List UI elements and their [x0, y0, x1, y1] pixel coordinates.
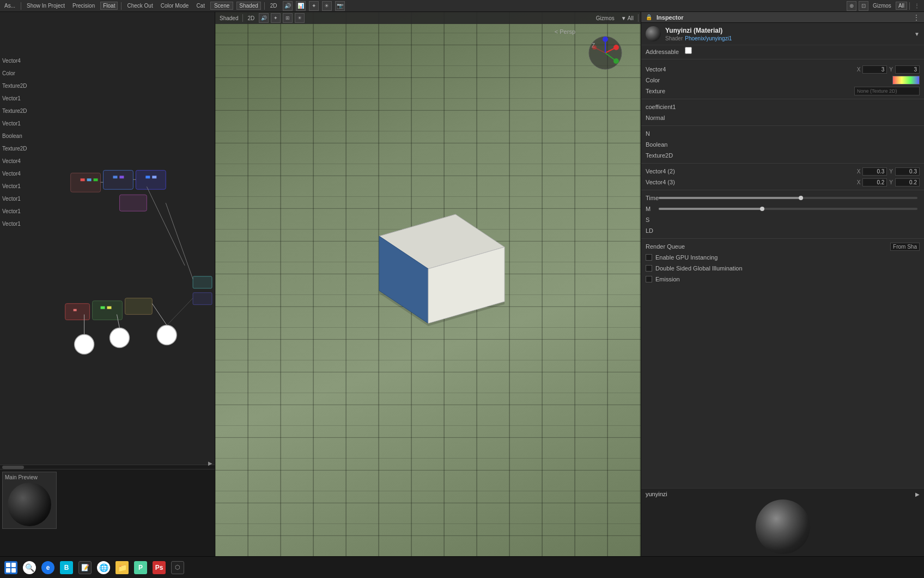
cam-icon[interactable]: 📷 [335, 1, 345, 11]
divider-1 [641, 59, 924, 59]
scrollbar-thumb [2, 466, 24, 469]
svg-rect-1 [81, 178, 85, 181]
menu-icon-btn[interactable]: ⋮ [912, 2, 922, 9]
scene-tab[interactable]: Scene [210, 2, 233, 10]
prop-row-boolean: Boolean [641, 139, 924, 150]
prop-name-coefficient1: coefficient1 [646, 104, 920, 110]
svg-line-25 [152, 304, 167, 326]
svg-rect-17 [101, 306, 105, 309]
prop-row-ld: LD [641, 225, 924, 236]
prop-name-s: S [646, 216, 920, 223]
color-mode-btn[interactable]: Color Mode [159, 2, 191, 9]
taskbar-folder-btn[interactable]: 📁 [113, 559, 131, 576]
slider-thumb-m [760, 207, 764, 211]
vector4-y-input[interactable] [895, 65, 920, 74]
scene-all-btn[interactable]: ▼ All [619, 15, 636, 22]
all-btn[interactable]: All [896, 2, 907, 10]
inspector-body[interactable]: Vector4 X Y Color Texture None (Texture … [641, 62, 924, 488]
material-menu-btn[interactable]: ▼ [914, 31, 920, 37]
scene-2d-btn[interactable]: 2D [245, 15, 257, 22]
gpu-instancing-checkbox[interactable] [646, 254, 652, 261]
scene-light-btn[interactable]: ☀ [295, 13, 305, 23]
scene-gizmos-btn[interactable]: Gizmos [594, 15, 617, 22]
slider-track-time[interactable] [659, 197, 917, 199]
taskbar-unity-btn[interactable]: ⬡ [169, 559, 186, 576]
show-in-project-btn[interactable]: Show In Project [25, 2, 67, 9]
audio-icon[interactable]: 🔊 [283, 1, 293, 11]
slider-label-time: Time [646, 195, 656, 201]
box-svg [346, 192, 510, 345]
precision-btn[interactable]: Precision [70, 2, 97, 9]
persp-label: < Persp [555, 28, 575, 35]
mode-2d-btn[interactable]: 2D [268, 2, 279, 9]
scene-view[interactable]: Z < Persp Shaded 2D 🔊 ✦ ⊞ ☀ [215, 12, 641, 556]
svg-point-43 [613, 58, 619, 64]
vector4-2-y-input[interactable] [895, 167, 920, 176]
taskbar-windows-btn[interactable] [2, 559, 20, 576]
texture-field[interactable]: None (Texture 2D) [854, 87, 920, 95]
svg-point-39 [613, 45, 619, 50]
double-sided-gi-checkbox[interactable] [646, 265, 652, 272]
svg-rect-10 [152, 176, 156, 178]
prop-row-vector4-3: Vector4 (3) X Y [641, 177, 924, 188]
prop-name-vector4-3: Vector4 (3) [646, 179, 857, 185]
addressable-row: Addressable [641, 45, 924, 57]
h-scrollbar[interactable] [0, 465, 215, 469]
svg-rect-8 [136, 170, 166, 189]
vfx-icon[interactable]: ✦ [309, 1, 319, 11]
prop-name-texture2d: Texture2D [646, 152, 920, 159]
color-swatch[interactable] [892, 76, 920, 85]
shader-value[interactable]: Phoenix/yunyingzi1 [685, 35, 732, 41]
taskbar-browser-btn[interactable]: e [39, 559, 57, 576]
taskbar-search-btn[interactable]: 🔍 [21, 559, 38, 576]
inspector-menu-btn[interactable]: ⋮ [913, 14, 920, 21]
preview-expand-btn[interactable]: ▶ [915, 491, 920, 497]
preview-sphere-large [756, 499, 810, 554]
prop-name-color: Color [646, 77, 892, 83]
checkout-btn[interactable]: Check Out [125, 2, 155, 9]
addressable-checkbox[interactable] [685, 47, 692, 54]
y-label-v42: Y [889, 168, 893, 174]
taskbar-app4-btn[interactable]: Ps [150, 559, 168, 576]
scene-grid-btn[interactable]: ⊞ [283, 13, 293, 23]
taskbar-chrome-btn[interactable]: 🌐 [95, 559, 112, 576]
scene-audio-btn[interactable]: 🔊 [259, 13, 269, 23]
vector4-x-input[interactable] [862, 65, 887, 74]
svg-line-13 [147, 186, 185, 266]
right-panel: 🔒 Inspector ⋮ Yunyinzi (Material) Shader… [641, 12, 924, 556]
3d-box [346, 192, 510, 345]
gizmos-btn[interactable]: Gizmos [871, 2, 893, 9]
rect-icon[interactable]: ⊡ [859, 1, 868, 11]
shaded-dropdown[interactable]: Shaded [236, 2, 260, 10]
separator-2 [121, 2, 121, 10]
scene-fx-btn[interactable]: ✦ [271, 13, 281, 23]
slider-row-m: M [641, 203, 924, 214]
taskbar-app1-btn[interactable]: B [58, 559, 75, 576]
node-graph-area[interactable]: Vector4 Color Texture2D Vector1 Texture2… [0, 12, 215, 465]
emission-checkbox[interactable] [646, 276, 652, 282]
inspector-preview: yunyinzi ▶ [641, 488, 924, 556]
light-icon[interactable]: ☀ [322, 1, 332, 11]
gizmo-svg: Z [586, 34, 624, 72]
stats-icon[interactable]: 📊 [296, 1, 306, 11]
vector4-2-x-input[interactable] [862, 167, 887, 176]
slider-track-m[interactable] [659, 208, 917, 210]
prop-name-boolean: Boolean [646, 141, 920, 148]
cat-btn[interactable]: Cat [194, 2, 207, 9]
svg-rect-27 [193, 293, 212, 305]
title-btn[interactable]: As... [2, 2, 17, 9]
taskbar-app2-btn[interactable]: 📝 [76, 559, 94, 576]
transform-icon[interactable]: ⊕ [847, 1, 856, 11]
preview-name: yunyinzi [646, 491, 667, 497]
vector4-3-y-input[interactable] [895, 178, 920, 186]
material-icon [646, 26, 661, 41]
prop-row-vector4-2: Vector4 (2) X Y [641, 166, 924, 177]
svg-line-28 [166, 203, 193, 279]
vector4-3-x-input[interactable] [862, 178, 887, 186]
taskbar-app3-btn[interactable]: P [132, 559, 149, 576]
preview-box: Main Preview [2, 472, 57, 529]
scene-shaded-btn[interactable]: Shaded [217, 15, 240, 22]
float-dropdown[interactable]: Float [100, 2, 118, 10]
render-queue-value[interactable]: From Sha [890, 243, 920, 251]
expand-arrow[interactable]: ▶ [208, 460, 212, 466]
